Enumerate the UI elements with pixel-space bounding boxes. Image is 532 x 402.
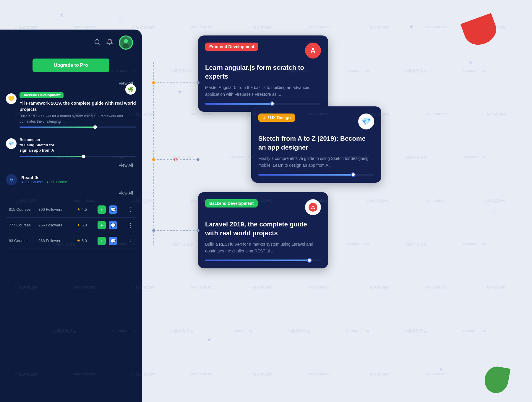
row3-followers: 368 Followers — [38, 239, 74, 243]
row1-courses: 815 Courses — [9, 207, 35, 212]
svg-point-18 — [312, 207, 314, 209]
row1-rating: ★ 4.5 — [77, 207, 95, 212]
svg-point-4 — [124, 39, 128, 43]
more-dots-1[interactable]: ⋮ — [128, 206, 133, 213]
star-icon-3: ★ — [77, 239, 80, 243]
frontend-badge: Frontend Development — [205, 43, 258, 51]
search-button[interactable] — [94, 39, 100, 47]
react-name: React Js — [21, 175, 68, 180]
backend-badge-left: Backend Development — [20, 92, 64, 98]
add-button-2[interactable]: + — [98, 221, 106, 229]
table-row-1: 815 Courses 300 Followers ★ 4.5 + 💬 ⋮ — [6, 202, 136, 218]
ux-card-title: Sketch from A to Z (2019): Become an app… — [258, 134, 374, 152]
left-panel: Upgrade to Pro View All 💛 Backend Develo… — [0, 30, 142, 402]
left-course-title: Yii Framework 2019, the complete guide w… — [20, 100, 136, 112]
star-icon-2: ★ — [77, 223, 80, 227]
left-course-card: 💛 Backend Development 🌿 Yii Framework 20… — [0, 89, 142, 131]
chat-button-3[interactable]: 💬 — [109, 237, 117, 245]
backend-card-title: Laravel 2019, the complete guide with re… — [205, 220, 321, 237]
card-ux: UI / UX Design 💎 Sketch from A to Z (201… — [251, 106, 381, 183]
avatar[interactable] — [119, 35, 133, 50]
react-follower-dot: ● 300 Course — [46, 180, 68, 184]
more-dots-2[interactable]: ⋮ — [128, 222, 133, 228]
row2-rating: ★ 5.0 — [77, 223, 95, 227]
row2-followers: 256 Followers — [38, 223, 74, 227]
panel-header — [0, 30, 142, 56]
sketch-icon-left: 💎 — [6, 138, 17, 149]
add-button-3[interactable]: + — [98, 237, 106, 245]
upgrade-to-pro-button[interactable]: Upgrade to Pro — [33, 59, 109, 72]
view-all-2[interactable]: View All — [0, 161, 142, 171]
react-course-dot: ● 300 Course — [21, 180, 43, 184]
more-dots-3[interactable]: ⋮ — [128, 238, 133, 244]
chat-button-2[interactable]: 💬 — [109, 221, 117, 229]
table-row-3: 83 Courses 368 Followers ★ 5.0 + 💬 ⋮ — [6, 233, 136, 249]
left-course-desc: Build a RESTful API for a market system … — [20, 114, 136, 124]
course-icon-left-1: 💛 — [6, 93, 17, 104]
notification-button[interactable] — [106, 39, 113, 47]
table-row-2: 777 Courses 256 Followers ★ 5.0 + 💬 ⋮ — [6, 218, 136, 233]
view-all-1[interactable]: View All — [0, 78, 142, 89]
frontend-card-desc: Master Angular 5 from the basics to buil… — [205, 84, 321, 98]
left-sketch-card: 💎 Become an to using Sketch for sign an … — [0, 134, 142, 161]
card-backend: Backend Development Laravel 2019, the co… — [198, 192, 328, 268]
backend-badge: Backend Development — [205, 199, 258, 208]
chat-button-1[interactable]: 💬 — [109, 205, 117, 214]
react-list-item: ⚛ React Js ● 300 Course ● 300 Course — [0, 171, 142, 188]
react-icon: ⚛ — [6, 174, 17, 185]
svg-point-0 — [95, 39, 99, 44]
view-all-3[interactable]: View All — [0, 188, 142, 199]
star-icon-1: ★ — [77, 207, 80, 212]
row1-followers: 300 Followers — [38, 207, 74, 212]
add-button-1[interactable]: + — [98, 205, 106, 214]
backend-card-desc: Build a RESTful API for a market system … — [205, 241, 321, 254]
sketch-icon-circle: 💎 — [358, 114, 374, 129]
course-icon-right-2: 🌿 — [125, 84, 136, 95]
ux-card-desc: Finally a comprehensive guide to using S… — [258, 155, 374, 168]
ux-badge: UI / UX Design — [258, 114, 295, 122]
row2-courses: 777 Courses — [9, 223, 35, 227]
row3-rating: ★ 5.0 — [77, 239, 95, 243]
row3-courses: 83 Courses — [9, 239, 35, 243]
laravel-icon-circle — [305, 199, 321, 215]
svg-line-1 — [98, 43, 100, 44]
card-frontend: Frontend Development A Learn angular.js … — [198, 35, 328, 112]
svg-point-2 — [111, 39, 112, 41]
frontend-card-title: Learn angular.js form scratch to experts — [205, 63, 321, 81]
sketch-title-left: Become an to using Sketch for sign an ap… — [20, 137, 136, 153]
angular-icon-circle: A — [305, 43, 321, 59]
table-section: 815 Courses 300 Followers ★ 4.5 + 💬 ⋮ 77… — [0, 199, 142, 252]
